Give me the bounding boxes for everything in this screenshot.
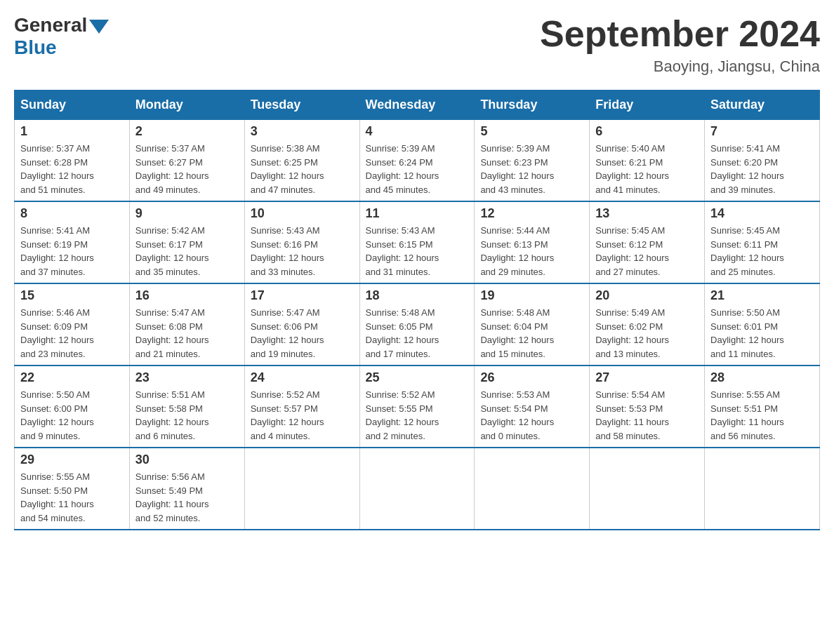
day-info: Sunrise: 5:48 AMSunset: 6:05 PMDaylight:…	[366, 306, 469, 361]
day-number: 29	[20, 452, 124, 467]
day-number: 14	[710, 206, 814, 221]
table-row	[705, 448, 820, 530]
day-number: 26	[480, 370, 583, 385]
day-info: Sunrise: 5:52 AMSunset: 5:57 PMDaylight:…	[251, 388, 354, 443]
day-info: Sunrise: 5:56 AMSunset: 5:49 PMDaylight:…	[135, 470, 239, 525]
day-number: 12	[480, 206, 583, 221]
day-number: 4	[366, 124, 469, 139]
calendar-week-row: 29 Sunrise: 5:55 AMSunset: 5:50 PMDaylig…	[15, 448, 820, 530]
day-info: Sunrise: 5:52 AMSunset: 5:55 PMDaylight:…	[366, 388, 469, 443]
table-row: 29 Sunrise: 5:55 AMSunset: 5:50 PMDaylig…	[15, 448, 130, 530]
day-number: 23	[135, 370, 239, 385]
table-row	[475, 448, 590, 530]
day-info: Sunrise: 5:48 AMSunset: 6:04 PMDaylight:…	[480, 306, 583, 361]
logo-triangle-icon	[89, 20, 109, 34]
day-number: 7	[710, 124, 814, 139]
day-info: Sunrise: 5:46 AMSunset: 6:09 PMDaylight:…	[20, 306, 124, 361]
day-info: Sunrise: 5:39 AMSunset: 6:24 PMDaylight:…	[366, 142, 469, 196]
day-number: 28	[710, 370, 814, 385]
day-info: Sunrise: 5:55 AMSunset: 5:51 PMDaylight:…	[710, 388, 814, 443]
table-row: 20 Sunrise: 5:49 AMSunset: 6:02 PMDaylig…	[590, 283, 705, 365]
day-number: 27	[595, 370, 699, 385]
table-row: 4 Sunrise: 5:39 AMSunset: 6:24 PMDayligh…	[359, 120, 475, 202]
table-row: 1 Sunrise: 5:37 AMSunset: 6:28 PMDayligh…	[15, 120, 130, 202]
day-number: 17	[251, 288, 354, 303]
table-row	[359, 448, 475, 530]
table-row: 22 Sunrise: 5:50 AMSunset: 6:00 PMDaylig…	[15, 365, 130, 448]
day-number: 6	[595, 124, 699, 139]
title-block: September 2024 Baoying, Jiangsu, China	[540, 14, 820, 76]
day-info: Sunrise: 5:55 AMSunset: 5:50 PMDaylight:…	[20, 470, 124, 525]
table-row: 14 Sunrise: 5:45 AMSunset: 6:11 PMDaylig…	[705, 201, 820, 283]
header-saturday: Saturday	[705, 90, 820, 120]
table-row: 13 Sunrise: 5:45 AMSunset: 6:12 PMDaylig…	[590, 201, 705, 283]
header-sunday: Sunday	[15, 90, 130, 120]
header-thursday: Thursday	[475, 90, 590, 120]
day-info: Sunrise: 5:39 AMSunset: 6:23 PMDaylight:…	[480, 142, 583, 196]
day-number: 15	[20, 288, 124, 303]
table-row: 30 Sunrise: 5:56 AMSunset: 5:49 PMDaylig…	[129, 448, 244, 530]
page-header: General Blue September 2024 Baoying, Jia…	[14, 14, 820, 76]
day-info: Sunrise: 5:37 AMSunset: 6:28 PMDaylight:…	[20, 142, 124, 196]
day-info: Sunrise: 5:43 AMSunset: 6:16 PMDaylight:…	[251, 224, 354, 279]
calendar-week-row: 8 Sunrise: 5:41 AMSunset: 6:19 PMDayligh…	[15, 201, 820, 283]
table-row: 21 Sunrise: 5:50 AMSunset: 6:01 PMDaylig…	[705, 283, 820, 365]
table-row: 27 Sunrise: 5:54 AMSunset: 5:53 PMDaylig…	[590, 365, 705, 448]
day-number: 8	[20, 206, 124, 221]
day-number: 3	[251, 124, 354, 139]
calendar-week-row: 15 Sunrise: 5:46 AMSunset: 6:09 PMDaylig…	[15, 283, 820, 365]
logo-blue-text: Blue	[14, 36, 57, 59]
calendar-week-row: 1 Sunrise: 5:37 AMSunset: 6:28 PMDayligh…	[15, 120, 820, 202]
day-number: 9	[135, 206, 239, 221]
day-number: 25	[366, 370, 469, 385]
day-number: 10	[251, 206, 354, 221]
day-info: Sunrise: 5:42 AMSunset: 6:17 PMDaylight:…	[135, 224, 239, 279]
day-info: Sunrise: 5:38 AMSunset: 6:25 PMDaylight:…	[251, 142, 354, 196]
day-info: Sunrise: 5:53 AMSunset: 5:54 PMDaylight:…	[480, 388, 583, 443]
table-row: 24 Sunrise: 5:52 AMSunset: 5:57 PMDaylig…	[244, 365, 359, 448]
day-info: Sunrise: 5:47 AMSunset: 6:06 PMDaylight:…	[251, 306, 354, 361]
table-row: 28 Sunrise: 5:55 AMSunset: 5:51 PMDaylig…	[705, 365, 820, 448]
header-monday: Monday	[129, 90, 244, 120]
table-row	[244, 448, 359, 530]
day-info: Sunrise: 5:45 AMSunset: 6:11 PMDaylight:…	[710, 224, 814, 279]
day-number: 19	[480, 288, 583, 303]
day-info: Sunrise: 5:44 AMSunset: 6:13 PMDaylight:…	[480, 224, 583, 279]
day-number: 2	[135, 124, 239, 139]
day-number: 24	[251, 370, 354, 385]
day-number: 13	[595, 206, 699, 221]
calendar-table: Sunday Monday Tuesday Wednesday Thursday…	[14, 90, 820, 530]
table-row: 18 Sunrise: 5:48 AMSunset: 6:05 PMDaylig…	[359, 283, 475, 365]
table-row: 9 Sunrise: 5:42 AMSunset: 6:17 PMDayligh…	[129, 201, 244, 283]
day-number: 5	[480, 124, 583, 139]
table-row: 15 Sunrise: 5:46 AMSunset: 6:09 PMDaylig…	[15, 283, 130, 365]
day-info: Sunrise: 5:40 AMSunset: 6:21 PMDaylight:…	[595, 142, 699, 196]
day-info: Sunrise: 5:47 AMSunset: 6:08 PMDaylight:…	[135, 306, 239, 361]
day-info: Sunrise: 5:41 AMSunset: 6:19 PMDaylight:…	[20, 224, 124, 279]
logo-general-text: General	[14, 14, 87, 36]
table-row: 2 Sunrise: 5:37 AMSunset: 6:27 PMDayligh…	[129, 120, 244, 202]
table-row: 7 Sunrise: 5:41 AMSunset: 6:20 PMDayligh…	[705, 120, 820, 202]
day-info: Sunrise: 5:50 AMSunset: 6:01 PMDaylight:…	[710, 306, 814, 361]
table-row	[590, 448, 705, 530]
table-row: 10 Sunrise: 5:43 AMSunset: 6:16 PMDaylig…	[244, 201, 359, 283]
day-info: Sunrise: 5:54 AMSunset: 5:53 PMDaylight:…	[595, 388, 699, 443]
table-row: 8 Sunrise: 5:41 AMSunset: 6:19 PMDayligh…	[15, 201, 130, 283]
day-number: 20	[595, 288, 699, 303]
table-row: 6 Sunrise: 5:40 AMSunset: 6:21 PMDayligh…	[590, 120, 705, 202]
table-row: 19 Sunrise: 5:48 AMSunset: 6:04 PMDaylig…	[475, 283, 590, 365]
day-number: 1	[20, 124, 124, 139]
calendar-week-row: 22 Sunrise: 5:50 AMSunset: 6:00 PMDaylig…	[15, 365, 820, 448]
table-row: 5 Sunrise: 5:39 AMSunset: 6:23 PMDayligh…	[475, 120, 590, 202]
table-row: 16 Sunrise: 5:47 AMSunset: 6:08 PMDaylig…	[129, 283, 244, 365]
header-wednesday: Wednesday	[359, 90, 475, 120]
table-row: 3 Sunrise: 5:38 AMSunset: 6:25 PMDayligh…	[244, 120, 359, 202]
logo: General Blue	[14, 14, 111, 59]
day-number: 22	[20, 370, 124, 385]
day-number: 16	[135, 288, 239, 303]
table-row: 12 Sunrise: 5:44 AMSunset: 6:13 PMDaylig…	[475, 201, 590, 283]
day-number: 11	[366, 206, 469, 221]
day-info: Sunrise: 5:51 AMSunset: 5:58 PMDaylight:…	[135, 388, 239, 443]
day-info: Sunrise: 5:37 AMSunset: 6:27 PMDaylight:…	[135, 142, 239, 196]
day-info: Sunrise: 5:50 AMSunset: 6:00 PMDaylight:…	[20, 388, 124, 443]
